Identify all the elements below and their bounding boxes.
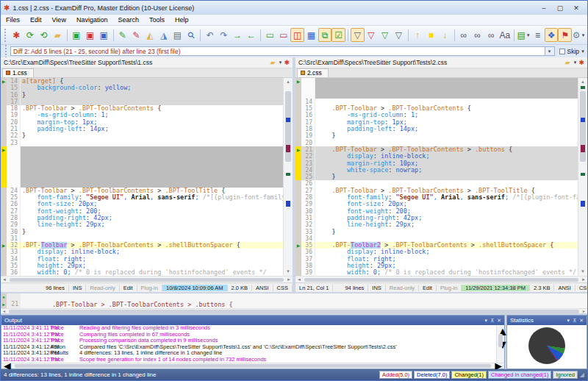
code-line[interactable]: 33 display: inline-block; [7, 249, 283, 255]
diff-marker-icon[interactable]: ▶ [297, 79, 301, 84]
code-line[interactable]: 17 margin-top: 1px; [301, 119, 578, 126]
code-line[interactable]: 25 } [301, 174, 578, 180]
code-line[interactable]: 22 display: inline-block; [301, 153, 578, 160]
save-first-file-icon[interactable]: ▣ [70, 28, 84, 42]
scroll-right-icon[interactable]: ► [580, 277, 587, 282]
output-log-row[interactable]: 11/11/2024 3:41:12 PMActionCompared file… [1, 344, 496, 351]
code-line[interactable]: 15 background-color: yellow; [7, 85, 283, 91]
code-line[interactable]: 34 [301, 235, 578, 242]
scroll-left-icon[interactable]: ◄ [1, 277, 8, 282]
recompare-swapped-icon[interactable]: ⟲ [37, 28, 51, 42]
output-log-row[interactable]: 11/11/2024 3:41:12 PMTraceComparing file… [1, 332, 496, 338]
code-line[interactable]: 29 font-size: 20px; [301, 201, 578, 207]
filter-changed-icon[interactable]: ▽ [392, 28, 406, 42]
code-line[interactable]: 30 font-weight: 200; [301, 208, 578, 215]
word-wrap-icon[interactable]: ≡ [531, 28, 545, 42]
code-line[interactable]: 24 white-space: nowrap; [301, 167, 578, 174]
code-line[interactable] [7, 146, 283, 153]
diff-marker-icon[interactable]: ▶ [2, 243, 6, 248]
file-path-bar[interactable]: C:\Src\ExamDiff\Specs\TreeSitter Support… [1, 57, 293, 68]
code-line[interactable] [7, 153, 283, 160]
statistics-dropdown-icon[interactable]: ▾ [567, 318, 570, 324]
line-inspector-icon[interactable]: ▤▼ [517, 28, 531, 42]
output-horizontal-scrollbar[interactable]: ◄ ► [1, 363, 504, 368]
second-file-icon[interactable]: ◮ [157, 28, 171, 42]
scroll-up-icon[interactable]: ▲ [284, 78, 293, 86]
output-pin-icon[interactable]: ⊼ [490, 318, 494, 324]
redo-icon[interactable]: ↷ [217, 28, 231, 42]
code-line[interactable]: 23 [7, 140, 283, 146]
filter-deleted-icon[interactable]: ▽ [365, 28, 379, 42]
diff-combobox-dropdown-icon[interactable]: ▼ [545, 46, 555, 56]
output-log-row[interactable]: 11/11/2024 3:41:12 PMTraceProcessing com… [1, 338, 496, 344]
report-icon[interactable]: ⚑ [558, 28, 572, 42]
scroll-down-icon[interactable]: ▼ [284, 268, 293, 276]
code-line[interactable]: 32.BPT-Toolbar > .BPT-ToolbarContents > … [7, 242, 283, 249]
code-line[interactable]: 16 -ms-grid-column: 1; [301, 112, 578, 118]
find-icon[interactable]: ∞ [457, 28, 471, 42]
resize-grip[interactable]: ◢ [580, 371, 584, 378]
horizontal-scrollbar[interactable]: ◄► [295, 276, 587, 282]
match-case-icon[interactable]: Aa [498, 28, 512, 42]
code-line[interactable]: 14 [301, 99, 578, 105]
search-icon[interactable]: ⚲ [184, 28, 198, 42]
code-line[interactable]: 34 float: right; [7, 256, 283, 263]
first-file-icon[interactable]: ◭ [143, 28, 157, 42]
output-close-icon[interactable]: ✕ [497, 318, 501, 324]
file-path-bar[interactable]: C:\Src\ExamDiff\Specs\TreeSitter Support… [295, 57, 587, 68]
output-log-row[interactable]: 11/11/2024 3:41:12 PMTraceScope tree gen… [1, 357, 496, 363]
diffbar-grip[interactable] [5, 45, 8, 58]
filter-all-diffs-icon[interactable]: ▽ [351, 28, 365, 42]
diff-marker-icon[interactable]: ▶ [297, 243, 301, 248]
scroll-right-icon[interactable]: ► [285, 277, 293, 282]
code-line[interactable]: 18 padding-left: 14px; [301, 126, 578, 132]
code-line[interactable] [301, 78, 578, 85]
code-line[interactable]: 22} [7, 132, 283, 139]
toolbar-grip[interactable] [4, 29, 7, 42]
edit-second-file-icon[interactable]: ✎ [129, 28, 143, 42]
save-all-icon[interactable]: ▣ [97, 28, 111, 42]
save-second-file-icon[interactable]: ▣ [83, 28, 97, 42]
code-line[interactable]: 26 [301, 180, 578, 187]
skip-dropdown-icon[interactable]: ▼ [581, 49, 585, 54]
previous-diff-icon[interactable]: ↑ [411, 28, 425, 42]
code-line[interactable]: 18.BPT-Toolbar > .BPT-ToolbarContents { [7, 105, 283, 112]
code-line[interactable]: 32 line-height: 29px; [301, 221, 578, 228]
open-folder-icon[interactable]: ▰ [565, 59, 570, 66]
code-line[interactable] [301, 85, 578, 91]
skip-checkbox-box[interactable] [559, 49, 565, 54]
code-line[interactable]: 31 [7, 235, 283, 242]
current-diff-line[interactable]: ▶21 .BPT-Toolbar > .BPT-ToolbarContents … [1, 301, 587, 308]
scroll-up-icon[interactable]: ▲ [578, 78, 587, 86]
current-diff-horizontal-scrollbar[interactable]: ◄► [1, 308, 587, 313]
scroll-down-icon[interactable]: ▼ [578, 268, 587, 276]
code-line[interactable] [7, 160, 283, 167]
code-line[interactable]: 26 font-size: 20px; [7, 201, 283, 207]
diff-marker-icon[interactable]: ▶ [2, 148, 6, 152]
code-line[interactable]: 19 } [301, 132, 578, 139]
show-checkboxes-icon[interactable]: ☑ [331, 28, 345, 42]
code-line[interactable]: 19 -ms-grid-column: 1; [7, 112, 283, 118]
output-log-row[interactable]: 11/11/2024 3:41:12 PMResults4 difference… [1, 350, 496, 357]
statistics-pin-icon[interactable]: ⊼ [573, 318, 576, 324]
code-line[interactable]: 23 margin-right: 10px; [301, 160, 578, 167]
code-line[interactable]: 36 display: inline-block; [301, 249, 578, 255]
horizontal-scrollbar[interactable]: ◄► [1, 276, 293, 282]
table-view-icon[interactable]: ▦ [304, 28, 318, 42]
code-line[interactable] [7, 174, 283, 180]
path-dropdown-icon[interactable]: ▼ [279, 60, 283, 65]
code-line[interactable]: 39 width: 0; /* 0 is replaced during 'ho… [301, 269, 578, 276]
code-line[interactable]: 37 float: right; [301, 256, 578, 263]
open-folder-icon[interactable]: ▰ [270, 59, 276, 66]
code-line[interactable] [7, 180, 283, 187]
current-diff-combobox[interactable]: Diff 2: Add 5 lines (21 - 25, second fil… [10, 46, 545, 56]
minimize-button[interactable]: – [536, 4, 552, 12]
code-line[interactable]: 31 padding-right: 42px; [301, 215, 578, 221]
show-second-pane-icon[interactable]: ▭ [277, 28, 291, 42]
code-line[interactable]: 35 height: 29px; [7, 263, 283, 269]
code-line[interactable]: 35 .BPT-Toolbar2 > .BPT-ToolbarContents … [301, 242, 578, 249]
code-line[interactable]: 14a[target] { [7, 78, 283, 85]
code-line[interactable] [301, 92, 578, 99]
show-first-pane-icon[interactable]: ▭ [263, 28, 277, 42]
find-prev-icon[interactable]: ∞ [484, 28, 498, 42]
